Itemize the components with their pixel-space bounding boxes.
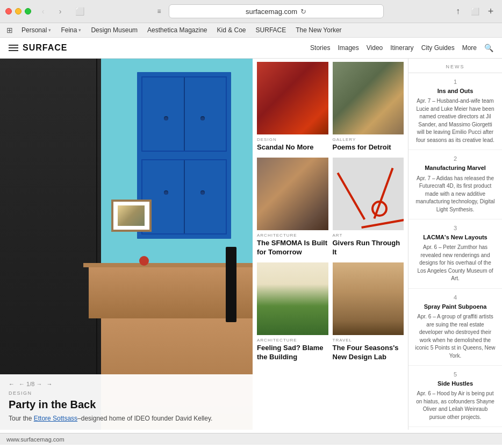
- grid-section: DESIGN Scandal No More GALLERY Poems for…: [253, 59, 408, 430]
- new-tab-button[interactable]: +: [485, 5, 497, 17]
- surface-nav: Stories Images Video Itinerary City Guid…: [310, 44, 493, 52]
- grid-item-feeling[interactable]: ARCHITECTURE Feeling Sad? Blame the Buil…: [257, 262, 328, 363]
- hero-overlay: ← ← 1/8 → → DESIGN Party in the Back Tou…: [0, 374, 253, 430]
- refresh-button[interactable]: ↻: [300, 8, 306, 16]
- bookmark-new-yorker[interactable]: The New Yorker: [291, 25, 346, 35]
- forward-button[interactable]: ›: [53, 5, 68, 17]
- news-item-4[interactable]: 4 Spray Paint Subpoena Apr. 6 – A group …: [408, 289, 502, 366]
- news-headline-4: Spray Paint Subpoena: [415, 303, 496, 310]
- grid-title-6: The Four Seasons's New Design Lab: [333, 344, 404, 362]
- news-body-4: Apr. 6 – A group of graffiti artists are…: [415, 313, 496, 360]
- hero-next-arrow[interactable]: →: [46, 381, 52, 387]
- news-number-3: 3: [415, 225, 496, 231]
- grid-title-4: Givers Run Through It: [333, 239, 404, 257]
- news-number-4: 4: [415, 294, 496, 301]
- nav-stories[interactable]: Stories: [310, 44, 330, 52]
- traffic-light-red[interactable]: [5, 8, 12, 15]
- news-body-5: Apr. 6 – Hood by Air is being put on hia…: [415, 390, 496, 421]
- main-content: ← ← 1/8 → → DESIGN Party in the Back Tou…: [0, 59, 502, 430]
- grid-category-5: ARCHITECTURE: [257, 338, 328, 343]
- grid-item-givers[interactable]: ART Givers Run Through It: [333, 158, 404, 258]
- bookmark-aesthetica[interactable]: Aesthetica Magazine: [143, 25, 211, 35]
- nav-video[interactable]: Video: [367, 44, 383, 52]
- grid-row-3: ARCHITECTURE Feeling Sad? Blame the Buil…: [257, 262, 404, 363]
- bookmark-feina[interactable]: Feina▾: [56, 25, 85, 35]
- hero-subtitle: Tour the Ettore Sottsass–designed home o…: [9, 414, 244, 423]
- grid-title-1: Scandal No More: [257, 143, 328, 152]
- hero-section: ← ← 1/8 → → DESIGN Party in the Back Tou…: [0, 59, 253, 430]
- grid-item-sfmoma[interactable]: ARCHITECTURE The SFMOMA Is Built for Tom…: [257, 158, 328, 258]
- hero-nav: ← ← 1/8 → →: [9, 381, 244, 387]
- bookmarks-grid-icon[interactable]: ⊞: [6, 26, 13, 34]
- news-body-2: Apr. 7 – Adidas has released the Futurec…: [415, 175, 496, 214]
- news-number-2: 2: [415, 155, 496, 162]
- news-body-3: Apr. 6 – Peter Zumthor has revealed new …: [415, 244, 496, 283]
- bookmark-surface[interactable]: SURFACE: [252, 25, 291, 35]
- grid-item-four-seasons[interactable]: TRAVEL The Four Seasons's New Design Lab: [333, 262, 404, 363]
- grid-item-scandal[interactable]: DESIGN Scandal No More: [257, 62, 328, 153]
- bookmark-kid-coe[interactable]: Kid & Coe: [213, 25, 250, 35]
- grid-category-4: ART: [333, 233, 404, 238]
- grid-category-2: GALLERY: [333, 137, 404, 142]
- news-section-title: NEWS: [408, 59, 502, 73]
- traffic-light-green[interactable]: [25, 8, 31, 15]
- news-sidebar: NEWS 1 Ins and Outs Apr. 7 – Husband-and…: [408, 59, 502, 430]
- grid-row-2: ARCHITECTURE The SFMOMA Is Built for Tom…: [257, 158, 404, 258]
- sidebar-button[interactable]: ⬜: [72, 5, 87, 17]
- nav-images[interactable]: Images: [338, 44, 358, 52]
- grid-title-2: Poems for Detroit: [333, 143, 404, 152]
- grid-title-5: Feeling Sad? Blame the Building: [257, 344, 328, 362]
- traffic-lights: [5, 8, 31, 15]
- search-icon[interactable]: 🔍: [484, 44, 493, 52]
- bookmarks-bar: ⊞ Personal▾ Feina▾ Design Museum Aesthet…: [0, 23, 502, 38]
- surface-logo-text[interactable]: SURFACE: [23, 43, 67, 53]
- news-number-1: 1: [415, 79, 496, 85]
- traffic-light-yellow[interactable]: [15, 8, 21, 15]
- hero-category: DESIGN: [9, 390, 244, 396]
- nav-itinerary[interactable]: Itinerary: [390, 44, 413, 52]
- hero-prev-arrow[interactable]: ←: [9, 381, 15, 387]
- menu-icon[interactable]: [9, 45, 18, 51]
- hero-link[interactable]: Ettore Sottsass: [34, 415, 77, 422]
- website-content: SURFACE Stories Images Video Itinerary C…: [0, 38, 502, 433]
- news-item-2[interactable]: 2 Manufacturing Marvel Apr. 7 – Adidas h…: [408, 150, 502, 219]
- hero-counter: ← 1/8 →: [19, 381, 42, 387]
- hero-title: Party in the Back: [9, 398, 244, 411]
- news-item-3[interactable]: 3 LACMA's New Layouts Apr. 6 – Peter Zum…: [408, 219, 502, 289]
- grid-category-3: ARCHITECTURE: [257, 233, 328, 238]
- bookmark-personal[interactable]: Personal▾: [17, 25, 55, 35]
- news-item-1[interactable]: 1 Ins and Outs Apr. 7 – Husband-and-wife…: [408, 73, 502, 150]
- grid-title-3: The SFMOMA Is Built for Tomorrow: [257, 239, 328, 257]
- surface-header: SURFACE Stories Images Video Itinerary C…: [0, 38, 502, 59]
- nav-more[interactable]: More: [462, 44, 477, 52]
- grid-category-6: TRAVEL: [333, 338, 404, 343]
- bookmark-design-museum[interactable]: Design Museum: [87, 25, 142, 35]
- news-number-5: 5: [415, 371, 496, 378]
- grid-category-1: DESIGN: [257, 137, 328, 142]
- news-headline-3: LACMA's New Layouts: [415, 233, 496, 241]
- status-url: www.surfacemag.com: [6, 436, 64, 443]
- address-text: surfacemag.com: [246, 8, 297, 16]
- share-button[interactable]: ↑: [450, 5, 465, 17]
- address-bar[interactable]: surfacemag.com ↻: [169, 4, 384, 18]
- back-button[interactable]: ‹: [35, 5, 51, 17]
- browser-titlebar: ‹ › ⬜ ≡ surfacemag.com ↻ ↑ ⬜ +: [0, 0, 502, 23]
- new-page-button[interactable]: ⬜: [468, 5, 483, 17]
- grid-row-1: DESIGN Scandal No More GALLERY Poems for…: [257, 62, 404, 153]
- status-bar: www.surfacemag.com: [0, 433, 502, 445]
- news-headline-2: Manufacturing Marvel: [415, 164, 496, 172]
- hamburger-button[interactable]: ≡: [154, 6, 164, 16]
- news-item-5[interactable]: 5 Side Hustles Apr. 6 – Hood by Air is b…: [408, 366, 502, 427]
- news-headline-1: Ins and Outs: [415, 87, 496, 95]
- news-headline-5: Side Hustles: [415, 380, 496, 387]
- grid-item-poems[interactable]: GALLERY Poems for Detroit: [333, 62, 404, 153]
- nav-city-guides[interactable]: City Guides: [421, 44, 455, 52]
- news-body-1: Apr. 7 – Husband-and-wife team Lucie and…: [415, 97, 496, 144]
